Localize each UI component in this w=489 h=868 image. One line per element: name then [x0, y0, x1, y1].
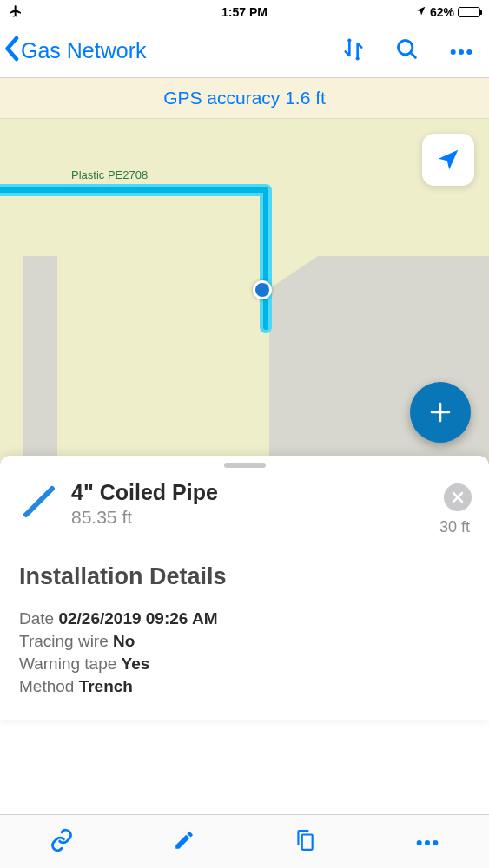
status-time: 1:57 PM: [221, 5, 268, 19]
detail-label: Warning tape: [19, 654, 122, 673]
airplane-mode-icon: [9, 4, 23, 21]
nav-actions: [341, 37, 484, 65]
battery-percent: 62%: [430, 5, 454, 19]
gps-accuracy-banner: GPS accuracy 1.6 ft: [0, 78, 489, 119]
close-icon: [452, 491, 464, 503]
back-button[interactable]: Gas Network: [3, 36, 341, 66]
detail-row: Tracing wire No: [19, 632, 470, 651]
sort-icon[interactable]: [341, 37, 366, 65]
svg-point-9: [433, 839, 438, 845]
feature-type-icon: [17, 480, 61, 523]
detail-value: No: [113, 632, 135, 650]
feature-distance: 30 ft: [439, 518, 470, 536]
detail-row: Date 02/26/2019 09:26 AM: [19, 609, 470, 628]
bottom-toolbar: [0, 814, 489, 868]
toolbar-more-icon[interactable]: [398, 825, 457, 858]
svg-point-5: [466, 49, 472, 54]
location-services-icon: [415, 5, 426, 19]
search-icon[interactable]: [395, 37, 420, 65]
section-title: Installation Details: [19, 563, 470, 590]
copy-icon[interactable]: [276, 820, 334, 864]
detail-value: Yes: [122, 654, 150, 673]
detail-value: 02/26/2019 09:26 AM: [58, 609, 217, 628]
close-button[interactable]: [444, 483, 472, 511]
detail-label: Date: [19, 609, 58, 628]
battery-icon: [458, 7, 480, 17]
pipe-label: Plastic PE2708: [71, 168, 148, 181]
status-bar: 1:57 PM 62%: [0, 0, 489, 24]
feature-sheet: 4" Coiled Pipe 85.35 ft 30 ft Installati…: [0, 456, 489, 720]
svg-point-4: [459, 49, 464, 54]
feature-header: 4" Coiled Pipe 85.35 ft 30 ft: [0, 473, 489, 542]
installation-details-section: Installation Details Date 02/26/2019 09:…: [0, 542, 489, 720]
detail-label: Method: [19, 677, 79, 695]
detail-label: Tracing wire: [19, 632, 113, 650]
sheet-grabber[interactable]: [224, 463, 266, 468]
svg-point-1: [356, 56, 360, 60]
detail-row: Method Trench: [19, 677, 470, 696]
svg-point-0: [347, 38, 351, 42]
svg-point-8: [425, 839, 430, 845]
feature-length: 85.35 ft: [71, 507, 444, 528]
chevron-left-icon: [3, 36, 19, 66]
more-icon[interactable]: [449, 43, 473, 59]
location-arrow-icon: [435, 147, 461, 173]
status-left: [9, 4, 23, 21]
svg-point-3: [451, 49, 456, 54]
detail-value: Trench: [79, 677, 133, 695]
feature-title: 4" Coiled Pipe: [71, 480, 444, 505]
locate-button[interactable]: [422, 134, 474, 186]
add-feature-button[interactable]: [410, 382, 471, 443]
map-view[interactable]: Plastic PE2708: [0, 119, 489, 464]
plus-icon: [427, 399, 453, 425]
status-right: 62%: [415, 5, 480, 19]
navigation-bar: Gas Network: [0, 24, 489, 78]
back-label: Gas Network: [21, 38, 146, 63]
svg-point-7: [417, 839, 422, 845]
detail-row: Warning tape Yes: [19, 654, 470, 674]
link-icon[interactable]: [32, 819, 91, 865]
current-location-dot: [253, 280, 272, 299]
svg-line-6: [26, 489, 52, 515]
edit-icon[interactable]: [155, 820, 213, 864]
